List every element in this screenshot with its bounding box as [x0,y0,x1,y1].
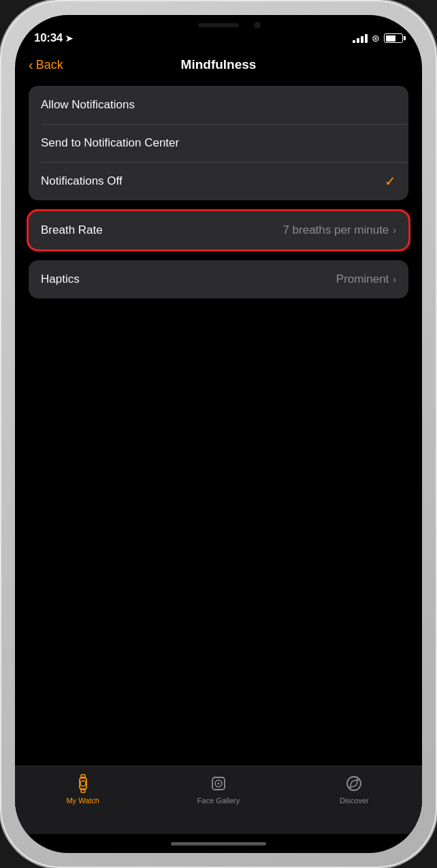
tab-face-gallery-label: Face Gallery [197,796,240,805]
wifi-icon: ⊛ [372,33,380,44]
tab-discover[interactable]: Discover [287,773,422,805]
tab-my-watch-label: My Watch [66,796,99,805]
svg-point-7 [347,777,361,790]
home-indicator [15,834,422,853]
signal-icon [353,34,368,43]
breath-rate-chevron-icon: › [393,225,396,236]
haptics-row[interactable]: Haptics Prominent › [29,260,408,298]
discover-icon [344,773,364,794]
status-time: 10:34 ➤ [34,31,73,45]
breath-rate-value: 7 breaths per minute › [282,223,396,237]
face-gallery-icon [208,773,229,794]
svg-rect-3 [81,789,85,792]
nav-bar: ‹ Back Mindfulness [15,52,422,80]
checkmark-icon: ✓ [385,173,396,189]
content-area: Allow Notifications Send to Notification… [15,80,422,766]
notch [157,15,280,38]
back-chevron-icon: ‹ [29,57,33,73]
breath-rate-label: Breath Rate [41,223,103,237]
notifications-off-row[interactable]: Notifications Off ✓ [29,162,408,200]
allow-notifications-label: Allow Notifications [41,98,135,112]
haptics-label: Haptics [41,273,80,286]
send-to-notification-center-row[interactable]: Send to Notification Center [29,124,408,162]
svg-point-6 [217,783,219,785]
back-button[interactable]: ‹ Back [29,57,63,73]
camera [254,22,261,29]
notifications-group: Allow Notifications Send to Notification… [29,86,408,200]
tab-discover-label: Discover [340,796,369,805]
tab-face-gallery[interactable]: Face Gallery [150,773,286,805]
haptics-value: Prominent › [336,273,396,286]
svg-rect-2 [81,775,85,778]
status-icons: ⊛ [353,33,403,44]
notifications-off-label: Notifications Off [41,174,123,188]
breath-rate-row[interactable]: Breath Rate 7 breaths per minute › [29,211,408,249]
back-label: Back [36,58,63,72]
my-watch-icon [73,773,93,794]
battery-icon [384,33,403,43]
breath-rate-group: Breath Rate 7 breaths per minute › [29,211,408,249]
phone-frame: 10:34 ➤ ⊛ ‹ Back Mindfulness [0,0,437,868]
speaker [198,23,239,27]
home-bar [171,842,266,846]
nav-title: Mindfulness [181,57,257,72]
tab-my-watch[interactable]: My Watch [15,773,150,805]
svg-marker-8 [350,779,358,788]
haptics-chevron-icon: › [393,274,396,285]
send-to-notification-center-label: Send to Notification Center [41,136,179,150]
phone-screen: 10:34 ➤ ⊛ ‹ Back Mindfulness [15,15,422,853]
haptics-group: Haptics Prominent › [29,260,408,298]
location-icon: ➤ [65,33,73,44]
allow-notifications-row[interactable]: Allow Notifications [29,86,408,124]
tab-bar: My Watch Face Gallery [15,766,422,834]
svg-point-1 [80,781,86,786]
